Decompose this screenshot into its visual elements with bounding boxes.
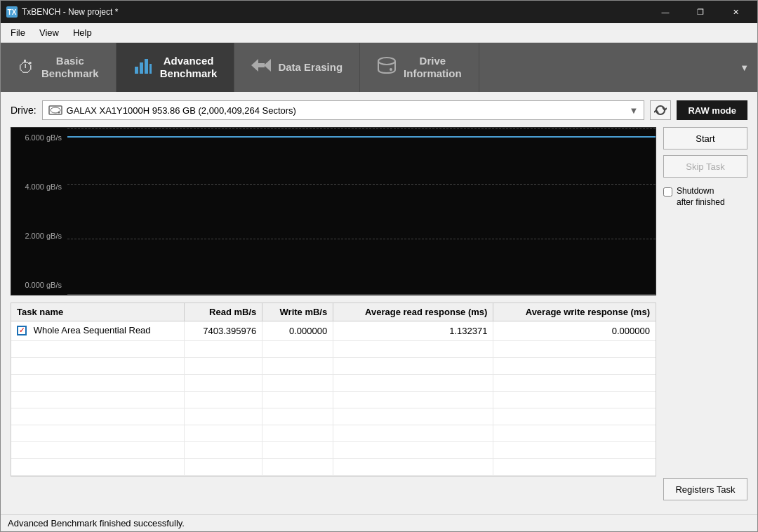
col-avg-write: Average write response (ms) [493,303,656,321]
table-empty-row [11,408,656,425]
data-erasing-icon [251,58,271,77]
restore-button[interactable]: ❐ [684,1,717,23]
shutdown-label: Shutdownafter finished [677,186,725,208]
registers-task-button[interactable]: Registers Task [663,478,747,500]
minimize-button[interactable]: — [649,1,681,23]
chart-data-line [67,136,656,138]
cell-avg-read: 1.132371 [333,321,493,341]
tasks-table-wrapper: Task name Read mB/s Write mB/s Average r… [11,302,656,477]
svg-rect-3 [149,64,152,74]
table-header-row: Task name Read mB/s Write mB/s Average r… [11,303,656,321]
drive-information-icon [377,57,397,78]
chart-grid-3 [67,128,656,129]
svg-rect-6 [258,63,265,67]
chart-y-label-0: 0.000 gB/s [14,281,65,289]
chart-y-label-2: 4.000 gB/s [14,182,65,191]
window-title: TxBENCH - New project * [22,7,649,17]
table-row[interactable]: ✓ Whole Area Sequential Read 7403.395976… [11,321,656,341]
chart-baseline [67,294,656,295]
chart-grid-1 [67,239,656,239]
table-empty-row [11,391,656,408]
data-erasing-label: Data Erasing [278,61,343,74]
drive-row: Drive: GALAX XA1Y1000H 953.86 GB (2,000,… [11,100,747,120]
main-content: Drive: GALAX XA1Y1000H 953.86 GB (2,000,… [1,92,757,507]
svg-point-11 [58,112,60,114]
drive-information-label: DriveInformation [404,55,462,80]
svg-rect-1 [140,62,143,74]
close-button[interactable]: ✕ [719,1,752,23]
advanced-benchmark-icon [133,55,153,79]
start-button[interactable]: Start [663,127,747,149]
chart-y-label-3: 6.000 gB/s [14,133,65,142]
drive-label: Drive: [11,105,36,116]
cell-avg-write: 0.000000 [493,321,656,341]
chart-section: 0.000 gB/s 2.000 gB/s 4.000 gB/s 6.000 g… [11,127,656,507]
window-controls: — ❐ ✕ [649,1,752,23]
drive-dropdown-arrow: ▼ [630,105,639,116]
chart-container: 0.000 gB/s 2.000 gB/s 4.000 gB/s 6.000 g… [11,127,656,295]
menubar: File View Help [1,23,757,43]
cell-read-mbs: 7403.395976 [185,321,262,341]
basic-benchmark-label: BasicBenchmark [41,55,99,80]
shutdown-checkbox-row: Shutdownafter finished [663,186,747,208]
table-empty-row [11,340,656,357]
drive-select-text: GALAX XA1Y1000H 953.86 GB (2,000,409,264… [67,105,296,116]
chart-grid-2 [67,184,656,185]
table-empty-row [11,357,656,374]
toolbar-more-arrow[interactable]: ▼ [731,43,757,92]
window-frame: TX TxBENCH - New project * — ❐ ✕ File Vi… [0,0,758,532]
svg-rect-2 [145,59,148,74]
statusbar-text: Advanced Benchmark finished successfully… [8,518,185,528]
menu-help[interactable]: Help [66,25,99,41]
statusbar: Advanced Benchmark finished successfully… [1,514,757,531]
svg-marker-5 [264,59,271,72]
toolbar: ⏱ BasicBenchmark AdvancedBenchmark [1,43,757,92]
menu-view[interactable]: View [32,25,66,41]
refresh-icon [654,104,667,117]
cell-task-name: ✓ Whole Area Sequential Read [11,321,185,341]
sidebar: Start Skip Task Shutdownafter finished R… [663,127,747,507]
tasks-table: Task name Read mB/s Write mB/s Average r… [11,303,656,476]
menu-file[interactable]: File [4,25,32,41]
svg-rect-0 [135,67,138,74]
raw-mode-button[interactable]: RAW mode [677,100,747,120]
col-read-mbs: Read mB/s [185,303,262,321]
refresh-button[interactable] [650,100,671,120]
content-area: 0.000 gB/s 2.000 gB/s 4.000 gB/s 6.000 g… [11,127,747,507]
chart-plot [67,128,656,295]
tab-drive-information[interactable]: DriveInformation [360,43,479,92]
app-icon: TX [6,6,18,18]
drive-select-icon [48,105,62,116]
advanced-benchmark-label: AdvancedBenchmark [160,55,218,80]
table-empty-row [11,374,656,391]
chart-y-label-1: 2.000 gB/s [14,232,65,240]
tab-basic-benchmark[interactable]: ⏱ BasicBenchmark [1,43,117,92]
chart-y-labels: 0.000 gB/s 2.000 gB/s 4.000 gB/s 6.000 g… [11,128,67,295]
svg-point-8 [390,68,392,71]
drive-select[interactable]: GALAX XA1Y1000H 953.86 GB (2,000,409,264… [42,100,645,120]
col-write-mbs: Write mB/s [262,303,333,321]
svg-point-7 [378,58,395,65]
basic-benchmark-icon: ⏱ [18,58,34,77]
svg-marker-4 [251,59,258,72]
col-task-name: Task name [11,303,185,321]
table-empty-row [11,458,656,475]
skip-task-button[interactable]: Skip Task [663,155,747,178]
cell-write-mbs: 0.000000 [262,321,333,341]
tab-data-erasing[interactable]: Data Erasing [234,43,360,92]
tab-advanced-benchmark[interactable]: AdvancedBenchmark [117,43,235,92]
col-avg-read: Average read response (ms) [333,303,493,321]
table-empty-row [11,425,656,441]
titlebar: TX TxBENCH - New project * — ❐ ✕ [1,1,757,23]
task-status-icon: ✓ [17,326,28,337]
shutdown-checkbox[interactable] [663,187,672,197]
table-empty-row [11,441,656,458]
